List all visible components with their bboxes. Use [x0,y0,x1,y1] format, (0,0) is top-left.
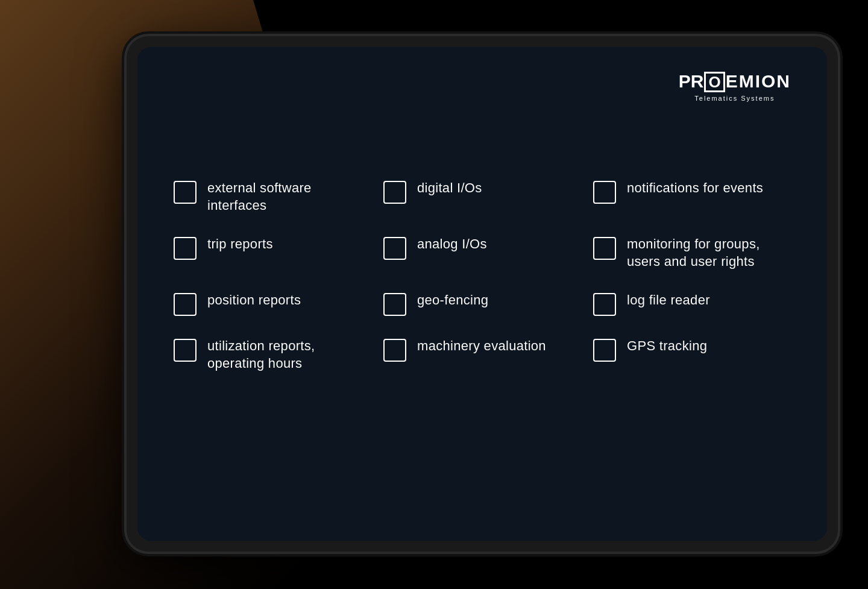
check-item-gps-tracking: GPS tracking [593,338,791,372]
checkbox-machinery-eval[interactable] [383,339,406,362]
label-machinery-eval: machinery evaluation [417,338,546,355]
check-item-external-software: external software interfaces [174,180,371,214]
tablet-device: PR O EMION Telematics Systems external s… [127,36,838,552]
logo-emion: EMION [726,71,791,92]
scene: PR O EMION Telematics Systems external s… [0,0,868,589]
check-item-machinery-eval: machinery evaluation [383,338,581,372]
check-item-trip-reports: trip reports [174,236,371,270]
label-utilization-reports: utilization reports, operating hours [207,338,371,372]
check-item-digital-ios: digital I/Os [383,180,581,214]
label-gps-tracking: GPS tracking [627,338,707,355]
check-item-notifications: notifications for events [593,180,791,214]
check-item-utilization-reports: utilization reports, operating hours [174,338,371,372]
logo-main: PR O EMION [679,71,791,92]
check-item-position-reports: position reports [174,292,371,316]
checkbox-geo-fencing[interactable] [383,293,406,316]
check-item-geo-fencing: geo-fencing [383,292,581,316]
tablet-screen: PR O EMION Telematics Systems external s… [137,47,827,541]
check-item-analog-ios: analog I/Os [383,236,581,270]
checkbox-digital-ios[interactable] [383,181,406,204]
label-log-file: log file reader [627,292,710,309]
label-geo-fencing: geo-fencing [417,292,488,309]
checkbox-position-reports[interactable] [174,293,197,316]
checkbox-gps-tracking[interactable] [593,339,616,362]
checkbox-trip-reports[interactable] [174,237,197,260]
label-external-software: external software interfaces [207,180,371,214]
logo-tagline: Telematics Systems [694,95,775,102]
checkbox-utilization-reports[interactable] [174,339,197,362]
label-position-reports: position reports [207,292,301,309]
label-notifications: notifications for events [627,180,763,197]
checkbox-log-file[interactable] [593,293,616,316]
checkbox-external-software[interactable] [174,181,197,204]
logo-pr: PR [679,71,704,92]
label-trip-reports: trip reports [207,236,273,253]
logo-o: O [704,72,725,92]
checkbox-notifications[interactable] [593,181,616,204]
label-analog-ios: analog I/Os [417,236,487,253]
checkbox-monitoring-groups[interactable] [593,237,616,260]
checkbox-analog-ios[interactable] [383,237,406,260]
checklist-area: external software interfaces digital I/O… [174,180,791,373]
check-item-monitoring-groups: monitoring for groups, users and user ri… [593,236,791,270]
check-item-log-file: log file reader [593,292,791,316]
brand-logo: PR O EMION Telematics Systems [679,71,791,102]
label-monitoring-groups: monitoring for groups, users and user ri… [627,236,791,270]
label-digital-ios: digital I/Os [417,180,482,197]
